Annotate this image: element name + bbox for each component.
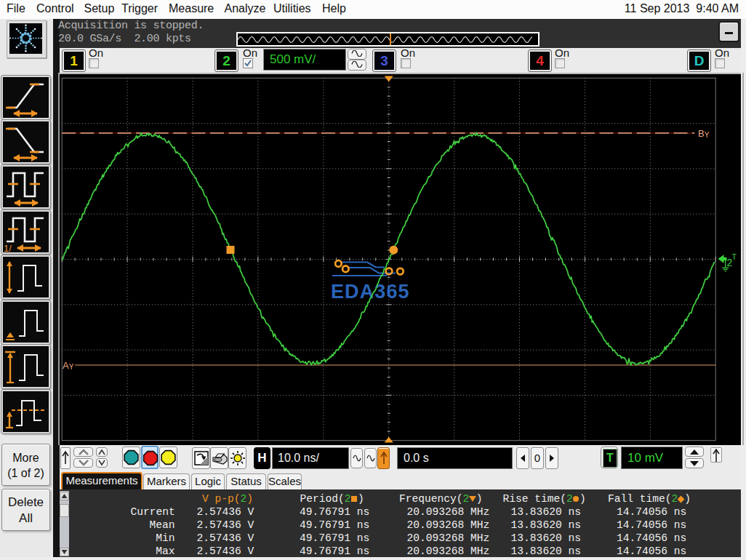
svg-text:BY: BY: [698, 128, 710, 139]
svg-text:T: T: [732, 252, 737, 261]
svg-text:AY: AY: [63, 360, 74, 371]
svg-text:1/: 1/: [4, 243, 12, 252]
